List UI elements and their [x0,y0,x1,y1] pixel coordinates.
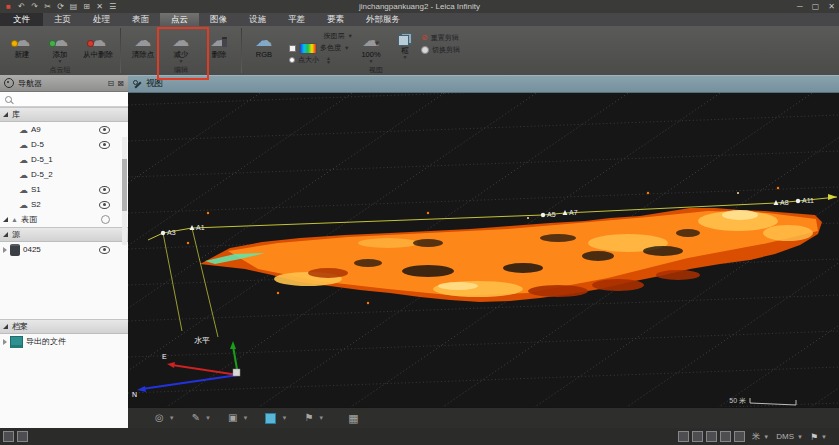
tree-node-表面[interactable]: ▲表面 [0,212,128,227]
3d-scene[interactable]: A3A1A5A7A8A11 水平 E N [128,93,839,407]
cube-tool[interactable]: ▣▼ [228,412,248,424]
expand-icon[interactable] [3,324,8,329]
flag-tool[interactable]: ⚑▼ [304,412,324,424]
tree-item-0425[interactable]: 0425 [0,242,128,257]
new-pointcloud-group-button[interactable]: ☁新建 [3,27,41,66]
tab-处理[interactable]: 处理 [82,13,121,26]
point-marker-A3[interactable]: A3 [161,229,176,236]
redo-icon[interactable]: ↷ [29,0,40,13]
tab-要素[interactable]: 要素 [316,13,355,26]
maximize-button[interactable]: ▢ [812,0,820,13]
tree-item-S2[interactable]: ☁S2 [0,197,128,212]
window-icon[interactable]: ⊞ [81,0,92,13]
point-size-stepper[interactable]: ▲▼ [326,56,331,64]
expand-icon[interactable] [3,217,8,222]
tab-图像[interactable]: 图像 [199,13,238,26]
close-button[interactable]: ✕ [828,0,835,13]
svg-text:A3: A3 [167,229,176,236]
minimize-button[interactable]: ─ [797,0,803,13]
point-marker-A8[interactable]: A8 [774,199,789,206]
rgb-button[interactable]: ☁ RGB [245,27,283,66]
tree-item-S1[interactable]: ☁S1 [0,182,128,197]
list-icon[interactable]: ☰ [107,0,118,13]
collapsed-arrow-icon[interactable] [3,247,7,253]
delete-points-button[interactable]: ☁删除 [200,27,238,66]
visibility-eye-icon[interactable] [99,201,110,209]
reset-clip-button[interactable]: ⊘ 重置剪辑 [421,32,460,44]
undo-icon[interactable]: ↶ [16,0,27,13]
axis-up-label: 水平 [194,336,210,345]
point-marker-A1[interactable]: A1 [190,224,205,231]
scrollbar[interactable] [122,137,127,245]
tree-item-D-5[interactable]: ☁D-5 [0,137,128,152]
remove-from-pointcloud-group-button[interactable]: ☁从中删除 [79,27,117,66]
navigator-search-input[interactable] [0,92,128,107]
snap-3-icon[interactable] [706,431,717,442]
unit-selector[interactable]: 米 ▼ [752,431,769,442]
collapsed-arrow-icon[interactable] [3,339,7,345]
multicolor-checkbox[interactable] [289,45,296,52]
refresh-icon[interactable]: ⟳ [55,0,66,13]
snap-2-icon[interactable] [692,431,703,442]
tab-文件[interactable]: 文件 [0,13,43,26]
cut-icon[interactable]: ✂ [42,0,53,13]
tree-item-D-5_1[interactable]: ☁D-5_1 [0,152,128,167]
chevron-down-icon: ▼ [281,415,287,421]
ribbon-group-1: ☁新建☁添加▼☁从中删除点云组 [0,26,120,75]
section-label: 库 [12,109,20,120]
section-header-源[interactable]: 源 [0,227,128,242]
tab-点云[interactable]: 点云 [160,13,199,26]
panel-toggle-2-icon[interactable] [17,431,28,442]
tab-外部服务[interactable]: 外部服务 [355,13,411,26]
tree-item-D-5_2[interactable]: ☁D-5_2 [0,167,128,182]
zoom-100-button[interactable]: ☁ ▼ 100% ▼ [353,27,389,66]
tab-设施[interactable]: 设施 [238,13,277,26]
view-cube-tool[interactable]: ▼ [265,413,287,424]
statusbar: 米 ▼ DMS ▼ ⚑ ▼ [0,428,839,445]
snap-4-icon[interactable] [720,431,731,442]
pointcloud-icon: ☁ [19,125,28,135]
visibility-eye-icon[interactable] [99,186,110,194]
snap-5-icon[interactable] [734,431,745,442]
visibility-eye-icon[interactable] [99,141,110,149]
visibility-eye-icon[interactable] [99,246,110,254]
panel-toggle-1-icon[interactable] [3,431,14,442]
tab-表面[interactable]: 表面 [121,13,160,26]
tree-item-label: A9 [31,125,41,134]
tree-item-导出的文件[interactable]: 导出的文件 [0,334,128,349]
box-view-button[interactable]: 框 ▼ [389,27,421,66]
expand-icon[interactable] [3,112,8,117]
tree-item-A9[interactable]: ☁A9 [0,122,128,137]
scrollbar-thumb[interactable] [122,159,127,211]
reduce-points-button[interactable]: ☁减少▼ [162,27,200,66]
panel-dock-icon[interactable]: ⊠ [117,79,124,88]
display-mode-selector[interactable]: ⚑ ▼ [810,432,827,442]
point-marker-A5[interactable]: A5 [541,211,556,218]
measure-tool[interactable]: ✎▼ [192,412,211,424]
save-icon[interactable]: ▤ [68,0,79,13]
point-marker-A7[interactable]: A7 [563,209,578,216]
view-cube-icon [265,413,276,424]
point-cloud[interactable] [187,187,822,304]
clean-points-button[interactable]: ☁清除点 [124,27,162,66]
by-layer-dropdown[interactable]: 按图层 ▼ [289,30,353,42]
snap-1-icon[interactable] [678,431,689,442]
orbit-tool[interactable]: ◎▼ [155,412,175,424]
close-icon[interactable]: ✕ [94,0,105,13]
ribbon-tabstrip: 文件主页处理表面点云图像设施平差要素外部服务 [0,13,839,26]
multicolor-option[interactable]: 多色度 ▼ [289,42,353,54]
add-to-pointcloud-group-button[interactable]: ☁添加▼ [41,27,79,66]
visibility-eye-icon[interactable] [99,126,110,134]
section-header-库[interactable]: 库 [0,107,128,122]
toggle-clip-button[interactable]: 切换剪辑 [421,44,460,56]
tab-平差[interactable]: 平差 [277,13,316,26]
angle-format-selector[interactable]: DMS ▼ [776,432,803,441]
point-marker-A11[interactable]: A11 [796,197,814,204]
section-header-档案[interactable]: 档案 [0,319,128,334]
viewport-canvas[interactable]: A3A1A5A7A8A11 水平 E N [128,93,839,407]
tab-主页[interactable]: 主页 [43,13,82,26]
panel-menu-icon[interactable]: ⊟ [108,79,115,88]
expand-icon[interactable] [3,232,8,237]
grid-icon[interactable]: ▦ [348,412,358,425]
app-icon[interactable]: ■ [3,0,14,13]
